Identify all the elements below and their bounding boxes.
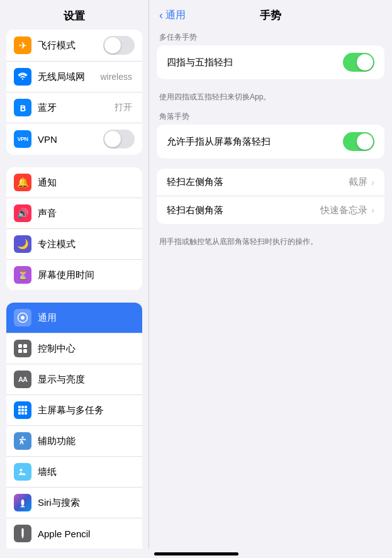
sidebar-item-homescreen[interactable]: 主屏幕与多任务 (6, 395, 142, 426)
sidebar-item-label: VPN (38, 134, 103, 145)
vpn-icon: VPN (14, 130, 31, 148)
sidebar-item-label: 专注模式 (38, 238, 135, 250)
sidebar-item-focus[interactable]: 🌙 专注模式 (6, 229, 142, 260)
svg-rect-13 (21, 412, 24, 415)
setting-section-corner: 允许手指从屏幕角落轻扫 (157, 125, 384, 159)
corner-actions-subtext: 用手指或触控笔从底部角落轻扫时执行的操作。 (149, 234, 392, 252)
corner-swipe-toggle[interactable] (343, 132, 374, 151)
sidebar-item-wallpaper[interactable]: 墙纸 (6, 457, 142, 488)
setting-label: 轻扫右侧角落 (167, 204, 320, 216)
swipe-right-value: 快速备忘录 (320, 204, 367, 216)
sidebar-item-display[interactable]: AA 显示与亮度 (6, 364, 142, 395)
swipe-left-value: 截屏 (349, 176, 367, 188)
airplane-icon: ✈ (14, 36, 31, 54)
home-indicator (154, 552, 238, 555)
bluetooth-icon: ʙ (14, 99, 31, 116)
svg-marker-21 (21, 537, 23, 538)
focus-icon: 🌙 (14, 235, 31, 253)
accessibility-icon (14, 432, 31, 450)
sidebar-item-bluetooth[interactable]: ʙ 蓝牙 打开 (6, 92, 142, 123)
wifi-icon (14, 68, 31, 86)
siri-icon (14, 494, 31, 511)
main-title: 手势 (260, 8, 281, 23)
setting-row-four-five[interactable]: 四指与五指轻扫 (157, 45, 384, 79)
chevron-right-icon: › (371, 205, 374, 215)
setting-row-corner-swipe[interactable]: 允许手指从屏幕角落轻扫 (157, 125, 384, 159)
back-chevron-icon: ‹ (159, 9, 163, 22)
sidebar-item-label: 飞行模式 (38, 40, 103, 52)
svg-point-1 (21, 316, 25, 320)
sidebar-item-label: 通用 (38, 312, 135, 324)
sidebar-section-connectivity: ✈ 飞行模式 无线局域网 wireless (6, 30, 142, 155)
svg-rect-14 (25, 412, 27, 415)
four-five-toggle[interactable] (343, 53, 374, 72)
sidebar-item-screentime[interactable]: ⏳ 屏幕使用时间 (6, 260, 142, 290)
sounds-icon: 🔊 (14, 204, 31, 222)
sidebar-item-wifi[interactable]: 无线局域网 wireless (6, 62, 142, 92)
airplane-toggle[interactable] (103, 36, 135, 55)
svg-rect-8 (25, 406, 27, 408)
svg-rect-2 (18, 344, 22, 348)
svg-rect-12 (18, 412, 21, 415)
vpn-toggle[interactable] (103, 130, 135, 148)
sidebar-item-sounds[interactable]: 🔊 声音 (6, 198, 142, 229)
notifications-icon: 🔔 (14, 174, 31, 191)
section-label-corner: 角落手势 (149, 108, 392, 125)
sidebar-item-accessibility[interactable]: 辅助功能 (6, 426, 142, 457)
general-icon (14, 309, 31, 326)
sidebar-item-siri[interactable]: Siri与搜索 (6, 488, 142, 518)
sidebar-item-label: Siri与搜索 (38, 497, 135, 509)
display-icon: AA (14, 371, 31, 388)
svg-rect-6 (18, 406, 21, 408)
setting-section-multitask: 四指与五指轻扫 (157, 45, 384, 79)
sidebar-section-general: 通用 控制中心 AA 显示与亮度 (6, 303, 142, 549)
sidebar-item-label: 无线局域网 (38, 71, 100, 83)
sidebar-item-pencil[interactable]: Apple Pencil (6, 518, 142, 549)
svg-rect-9 (18, 409, 21, 411)
main-header: ‹ 通用 手势 (149, 0, 392, 28)
sidebar-item-vpn[interactable]: VPN VPN (6, 123, 142, 155)
sidebar-item-label: Apple Pencil (38, 528, 135, 539)
back-label: 通用 (165, 9, 186, 22)
sidebar-item-label: 辅助功能 (38, 435, 135, 447)
section-label-multitask: 多任务手势 (149, 28, 392, 45)
setting-row-swipe-left[interactable]: 轻扫左侧角落 截屏 › (157, 169, 384, 196)
sidebar: 设置 ✈ 飞行模式 (0, 0, 148, 549)
svg-rect-5 (23, 349, 27, 353)
setting-label: 四指与五指轻扫 (167, 57, 343, 69)
pencil-icon (14, 525, 31, 542)
setting-label: 轻扫左侧角落 (167, 176, 349, 188)
svg-rect-7 (21, 406, 24, 408)
sidebar-item-label: 控制中心 (38, 343, 135, 355)
svg-point-16 (20, 469, 22, 471)
sidebar-item-airplane[interactable]: ✈ 飞行模式 (6, 30, 142, 62)
sidebar-item-notifications[interactable]: 🔔 通知 (6, 167, 142, 198)
sidebar-item-label: 声音 (38, 208, 135, 220)
setting-row-swipe-right[interactable]: 轻扫右侧角落 快速备忘录 › (157, 196, 384, 224)
toggle-knob (357, 133, 373, 150)
sidebar-item-label: 主屏幕与多任务 (38, 405, 135, 416)
sidebar-item-general[interactable]: 通用 (6, 303, 142, 333)
controlcenter-icon (14, 340, 31, 357)
svg-rect-11 (25, 409, 27, 411)
svg-rect-3 (23, 344, 27, 348)
bluetooth-value: 打开 (115, 102, 132, 113)
sidebar-section-system: 🔔 通知 🔊 声音 🌙 专注模式 ⏳ 屏幕使用时间 (6, 167, 142, 290)
homescreen-icon (14, 401, 31, 419)
sidebar-item-label: 显示与亮度 (38, 374, 135, 386)
multitask-subtext: 使用四指或五指轻扫来切换App。 (149, 89, 392, 108)
svg-point-17 (21, 499, 25, 506)
sidebar-item-label: 墙纸 (38, 466, 135, 478)
toggle-knob (104, 37, 121, 53)
sidebar-item-controlcenter[interactable]: 控制中心 (6, 333, 142, 364)
wallpaper-icon (14, 463, 31, 481)
sidebar-item-label: 通知 (38, 177, 135, 189)
svg-rect-10 (21, 409, 24, 411)
back-button[interactable]: ‹ 通用 (159, 9, 186, 22)
setting-section-corner-actions: 轻扫左侧角落 截屏 › 轻扫右侧角落 快速备忘录 › (157, 169, 384, 224)
setting-label: 允许手指从屏幕角落轻扫 (167, 136, 343, 148)
svg-rect-4 (18, 349, 22, 353)
sidebar-item-label: 屏幕使用时间 (38, 269, 135, 281)
svg-point-15 (22, 437, 24, 438)
toggle-knob (104, 131, 121, 147)
